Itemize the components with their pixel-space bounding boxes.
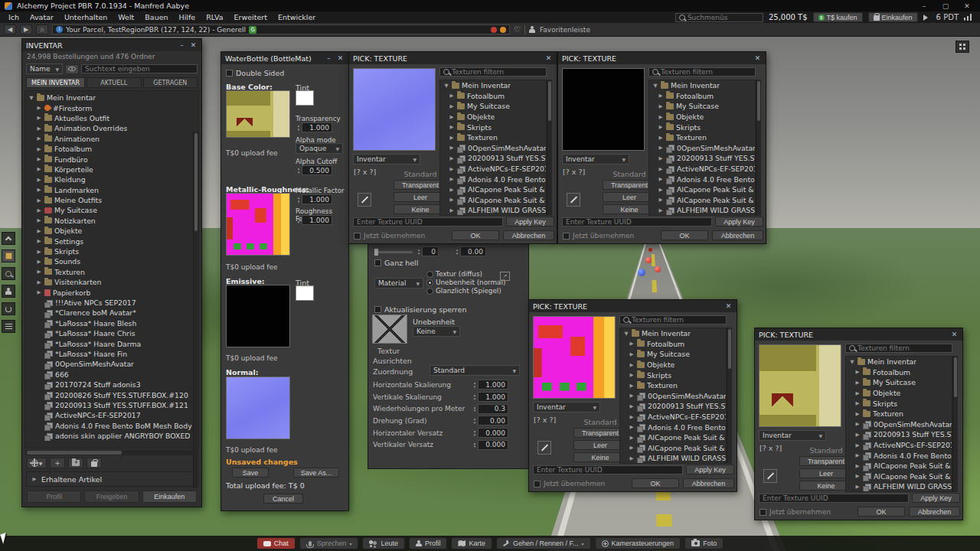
expand-arrow-icon[interactable]: ▶ [36,228,42,234]
roughness-factor-spinner[interactable]: ▴▾1.000 [296,215,332,225]
expand-arrow-icon[interactable]: ▶ [854,421,861,427]
inventory-row[interactable]: ▶Körperteile [25,165,198,174]
media-indicator-icon[interactable] [491,27,497,33]
apply-now-checkbox[interactable]: Jetzt übernehmen [760,508,831,516]
expand-arrow-icon[interactable]: ▶ [854,400,861,406]
expand-arrow-icon[interactable]: ▶ [36,105,42,111]
people-button[interactable]: Leute [362,537,405,549]
expand-arrow-icon[interactable]: ▶ [36,115,42,121]
minimize-icon[interactable]: – [178,41,186,49]
expand-arrow-icon[interactable]: ▼ [849,359,855,365]
menu-item-rlva[interactable]: RLVa [201,13,228,21]
alpha-cutoff-spinner[interactable]: ▴▾0.500 [296,165,332,175]
profile-button[interactable]: Profil [409,537,448,549]
expand-arrow-icon[interactable]: ▶ [449,155,455,161]
map-button[interactable]: Karte [451,537,492,549]
picker-folder-tree[interactable]: ▼Mein Inventar▶Fotoalbum▶My Suitcase▶Obj… [845,356,952,492]
expand-arrow-icon[interactable]: ▶ [629,455,635,461]
cancel-button[interactable]: Abbrechen [909,507,960,517]
glow-spinner[interactable]: ▴▾0 [416,246,439,256]
inventory-source-dropdown[interactable]: Inventar ▼ [562,154,629,165]
buy-currency-button[interactable]: $ T$ kaufen [813,12,863,22]
expand-arrow-icon[interactable]: ▶ [449,197,455,203]
maximize-icon[interactable]: ▢ [937,2,954,10]
inventory-row[interactable]: ▶Animationen [25,134,198,144]
expand-arrow-icon[interactable]: ▶ [449,135,455,141]
picker-folder-tree[interactable]: ▼Mein Inventar▶Fotoalbum▶My Suitcase▶Obj… [619,328,727,464]
picker-titlebar[interactable]: PICK: TEXTURE ✕ [349,52,557,64]
picker-tree-row[interactable]: ▶AlCapone Peak Suit & Oscar coat [440,195,546,206]
expand-arrow-icon[interactable]: ▶ [629,383,635,389]
expand-arrow-icon[interactable]: ▼ [623,331,629,337]
red-ball[interactable] [655,266,661,272]
picker-titlebar[interactable]: PICK: TEXTURE ✕ [529,300,737,312]
picker-tree-row[interactable]: ▶AlCapone Peak Suit & Oscar coat [620,432,726,443]
expand-arrow-icon[interactable]: ▶ [31,476,38,482]
close-icon[interactable]: ✕ [959,2,975,10]
picker-titlebar[interactable]: PICK: TEXTURE ✕ [755,328,962,341]
expand-arrow-icon[interactable]: ▶ [449,103,455,109]
expand-arrow-icon[interactable]: ▶ [36,177,42,183]
texture-preview[interactable] [759,344,841,427]
inventory-source-dropdown[interactable]: Inventar ▼ [353,154,420,165]
expand-arrow-icon[interactable]: ▶ [36,279,42,285]
transform-spinner[interactable]: ▴▾1.000 [472,392,508,402]
camera-controls-button[interactable]: Kamerasteuerungen [595,537,681,549]
dropdown-arrow-icon[interactable]: ▾ [349,541,351,546]
picker-tree-row[interactable]: ▶20200913 Stuff YES.STUFF.BOX.# [846,429,952,440]
spinner-arrows-icon[interactable]: ▴▾ [296,194,302,204]
expand-arrow-icon[interactable]: ▶ [449,145,455,151]
menu-toolbar-button[interactable] [2,320,15,333]
apply-key-button[interactable]: Apply Key [715,217,763,227]
spinner-arrows-icon[interactable]: ▴▾ [472,404,478,414]
expand-arrow-icon[interactable]: ▶ [854,442,861,448]
currency-balance[interactable]: 25,000 T$ [769,13,808,21]
transform-spinner[interactable]: ▴▾0.00 [472,416,508,425]
tree-scrollbar[interactable] [547,80,552,216]
expand-arrow-icon[interactable]: ▶ [658,145,664,151]
photo-button[interactable]: Foto [684,537,724,549]
bump-texture-preview[interactable] [372,315,407,344]
save-button[interactable]: Save [232,468,269,478]
picker-tree-row[interactable]: ▶Objekte [846,388,952,399]
texture-filter-input[interactable]: Texturen filtern [439,67,547,77]
picker-tree-row[interactable]: ▶ALFHEIM WILD GRASS (A) n 02 Wi [846,481,952,492]
minimize-icon[interactable]: – [916,2,933,10]
home-button[interactable]: ⌂ [36,24,48,34]
expand-arrow-icon[interactable]: ▶ [854,411,861,417]
expand-arrow-icon[interactable]: ▶ [449,166,455,172]
location-input[interactable]: i Your Parcel, TestRegionPBR (127, 124, … [52,24,510,34]
texture-preview[interactable] [533,316,616,399]
material-dropdown[interactable]: Material▼ [374,278,423,289]
ok-button[interactable]: OK [452,230,499,240]
expand-arrow-icon[interactable]: ▶ [36,156,42,162]
person-toolbar-button[interactable] [2,285,15,298]
radio-specular[interactable]: Glanzlicht (Spiegel) [426,287,505,295]
eyedropper-icon[interactable] [358,193,371,207]
picker-tree-row[interactable]: ▶Texturen [620,380,726,391]
cancel-button[interactable]: Cancel [263,494,303,504]
expand-arrow-icon[interactable]: ▶ [629,341,635,347]
close-icon[interactable]: ✕ [336,54,345,62]
spinner-arrows-icon[interactable]: ▴▾ [454,246,460,256]
expand-arrow-icon[interactable]: ▶ [629,372,635,378]
picker-tree-row[interactable]: ▶ALFHEIM WILD GRASS (A) n 02 Wi [440,205,546,216]
magnifier-toolbar-button[interactable] [2,267,15,280]
sidebar-toggle-button[interactable] [956,41,969,53]
inventory-titlebar[interactable]: INVENTAR – ✕ [22,39,201,51]
inventory-gear-button[interactable]: ▼ [27,458,47,468]
picker-tree-row[interactable]: ▶Skripts [649,122,755,132]
picker-tree-row[interactable]: ▶Skripts [846,398,952,409]
expand-arrow-icon[interactable]: ▶ [658,155,664,161]
expand-arrow-icon[interactable]: ▶ [36,259,42,265]
picker-tree-row[interactable]: ▶0OpenSimMeshAvatar [649,143,755,154]
fullbright-checkbox[interactable]: Ganz hell [374,259,418,267]
texture-uuid-input[interactable]: Enter Texture UUID [759,494,909,503]
picker-tree-row[interactable]: ▶Objekte [620,360,726,370]
refresh-toolbar-button[interactable] [2,302,15,315]
picker-tree-row[interactable]: ▶Skripts [440,122,546,132]
profil-button[interactable]: Profil [27,491,81,503]
apply-key-button[interactable]: Apply Key [912,493,960,503]
add-item-button[interactable]: + [50,458,65,468]
expand-arrow-icon[interactable]: ▶ [854,432,861,438]
